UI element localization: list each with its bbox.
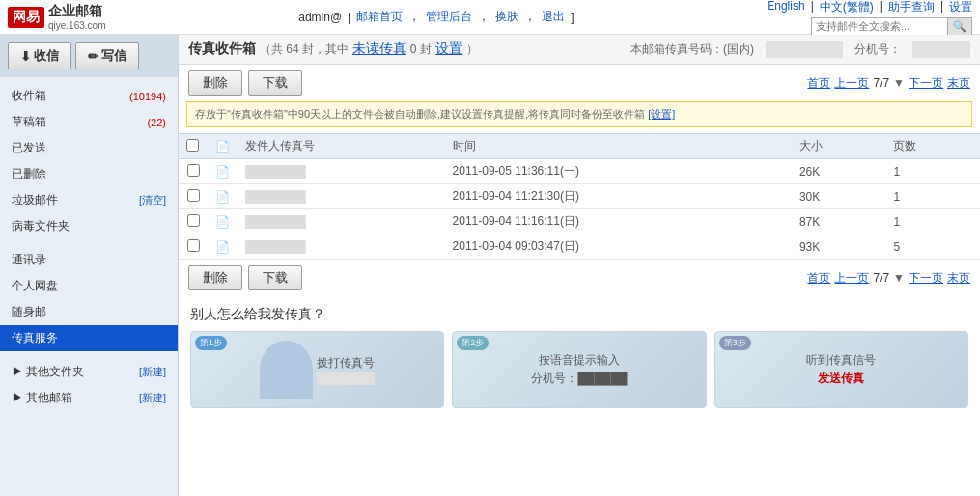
page-dropdown-icon[interactable]: ▼ bbox=[893, 76, 905, 90]
link-logout[interactable]: 退出 bbox=[542, 9, 565, 25]
search-input[interactable] bbox=[812, 18, 947, 34]
fax-close-paren: ） bbox=[466, 42, 478, 56]
delete-button-bottom[interactable]: 删除 bbox=[188, 265, 242, 290]
download-button-bottom[interactable]: 下载 bbox=[248, 265, 302, 290]
row-check-2[interactable] bbox=[187, 214, 200, 227]
sidebar-item-sent[interactable]: 已发送 bbox=[0, 135, 178, 161]
search-bar: 🔍 bbox=[811, 17, 972, 36]
draft-label: 草稿箱 bbox=[12, 114, 46, 130]
table-row: 📄 2011-09-04 09:03:47(日) 93K 5 bbox=[179, 234, 980, 260]
receive-button[interactable]: ⬇ 收信 bbox=[8, 42, 71, 69]
sidebar-item-other-mailbox[interactable]: ▶ 其他邮箱 [新建] bbox=[0, 385, 178, 411]
sidebar-item-mobile[interactable]: 随身邮 bbox=[0, 299, 178, 325]
user-email: admin@ bbox=[298, 11, 342, 24]
select-all-checkbox[interactable] bbox=[186, 139, 199, 152]
step-card-2: 第2步按语音提示输入分机号：██████ bbox=[452, 331, 706, 408]
bottom-toolbar-left: 删除 下载 bbox=[188, 265, 302, 290]
step1-line2 bbox=[317, 372, 375, 385]
table-row: 📄 2011-09-04 11:21:30(日) 30K 1 bbox=[179, 184, 980, 209]
step2-line2: 分机号：██████ bbox=[531, 371, 627, 387]
row-check-3[interactable] bbox=[187, 239, 200, 252]
page-last-link-b[interactable]: 末页 bbox=[947, 270, 970, 287]
fax-header: 传真收件箱 （共 64 封，其中 未读传真 0 封 设置 ） 本邮箱传真号码：(… bbox=[179, 35, 980, 65]
separator4: ， bbox=[524, 9, 536, 25]
logo-text-block: 企业邮箱 qiye.163.com bbox=[48, 3, 105, 31]
page-dropdown-icon-b[interactable]: ▼ bbox=[893, 271, 905, 285]
sidebar-item-fax[interactable]: 传真服务 bbox=[0, 325, 178, 351]
top-toolbar: 删除 下载 首页 上一页 7/7 ▼ 下一页 末页 bbox=[179, 65, 980, 101]
header-right: English | 中文(繁體) | 助手查询 | 设置 🔍 bbox=[767, 0, 972, 36]
header: 网易 企业邮箱 qiye.163.com admin@ | 邮箱首页 ， 管理后… bbox=[0, 0, 980, 35]
sidebar-item-disk[interactable]: 个人网盘 bbox=[0, 273, 178, 299]
page-next-link-b[interactable]: 下一页 bbox=[909, 270, 943, 287]
draft-count: (22) bbox=[147, 117, 166, 128]
row-doc-icon-1: 📄 bbox=[208, 184, 238, 209]
page-last-link[interactable]: 末页 bbox=[947, 75, 970, 92]
receive-label: 收信 bbox=[34, 47, 59, 65]
sidebar: ⬇ 收信 ✏ 写信 收件箱 (10194) 草稿箱 (22) 已发送 已删除 bbox=[0, 35, 179, 496]
table-row: 📄 2011-09-05 11:36:11(一) 26K 1 bbox=[179, 159, 980, 184]
row-checkbox-1 bbox=[179, 184, 208, 209]
nav-divider1 bbox=[0, 239, 178, 247]
fax-unread-count: 0 bbox=[410, 42, 417, 56]
row-check-1[interactable] bbox=[187, 189, 200, 202]
link-admin[interactable]: 管理后台 bbox=[426, 9, 472, 25]
sidebar-item-other-folders[interactable]: ▶ 其他文件夹 [新建] bbox=[0, 359, 178, 385]
col-checkbox bbox=[179, 134, 208, 159]
inbox-count: (10194) bbox=[129, 91, 166, 102]
faq-steps: 第1步拨打传真号 第2步按语音提示输入分机号：██████第3步听到传真信号发送… bbox=[190, 331, 968, 408]
step1-line1: 拨打传真号 bbox=[317, 355, 375, 372]
sidebar-item-virus[interactable]: 病毒文件夹 bbox=[0, 213, 178, 239]
row-size-1: 30K bbox=[792, 184, 886, 209]
sidebar-item-inbox[interactable]: 收件箱 (10194) bbox=[0, 83, 178, 109]
toolbar-left: 删除 下载 bbox=[188, 70, 302, 96]
sidebar-item-spam[interactable]: 垃圾邮件 [清空] bbox=[0, 187, 178, 213]
branch-label: 分机号： bbox=[854, 41, 901, 58]
fax-settings-link[interactable]: 设置 bbox=[435, 41, 462, 56]
fax-unread-link[interactable]: 未读传真 bbox=[352, 41, 406, 56]
row-doc-icon-2: 📄 bbox=[208, 209, 238, 234]
spam-clear-link[interactable]: [清空] bbox=[139, 193, 166, 207]
link-settings[interactable]: 设置 bbox=[949, 0, 972, 15]
sidebar-item-contacts[interactable]: 通讯录 bbox=[0, 247, 178, 273]
page-next-link[interactable]: 下一页 bbox=[909, 75, 943, 92]
disk-label: 个人网盘 bbox=[12, 278, 58, 294]
page-prev-link-b[interactable]: 上一页 bbox=[834, 270, 869, 287]
branch-value bbox=[912, 41, 970, 58]
spam-label: 垃圾邮件 bbox=[12, 192, 58, 208]
separator1: | bbox=[348, 11, 350, 24]
search-button[interactable]: 🔍 bbox=[947, 18, 971, 35]
step-content-3: 听到传真信号发送传真 bbox=[798, 344, 883, 395]
link-home[interactable]: 邮箱首页 bbox=[356, 9, 403, 25]
other-folders-new-link[interactable]: [新建] bbox=[139, 365, 166, 379]
warning-bar: 存放于"传真收件箱"中90天以上的文件会被自动删除,建议设置传真提醒,将传真同时… bbox=[186, 101, 972, 127]
sep3: | bbox=[940, 0, 943, 15]
contacts-label: 通讯录 bbox=[12, 252, 46, 268]
row-check-0[interactable] bbox=[187, 164, 200, 177]
page-first-link-b[interactable]: 首页 bbox=[807, 270, 830, 287]
row-pages-0: 1 bbox=[885, 159, 980, 184]
warning-settings-link[interactable]: [设置] bbox=[648, 108, 675, 120]
fax-title-block: 传真收件箱 （共 64 封，其中 未读传真 0 封 设置 ） bbox=[188, 41, 478, 58]
main-layout: ⬇ 收信 ✏ 写信 收件箱 (10194) 草稿箱 (22) 已发送 已删除 bbox=[0, 35, 980, 496]
download-button-top[interactable]: 下载 bbox=[248, 70, 302, 96]
other-mailbox-label: ▶ 其他邮箱 bbox=[12, 390, 72, 406]
link-assistant[interactable]: 助手查询 bbox=[888, 0, 935, 15]
delete-button-top[interactable]: 删除 bbox=[188, 70, 242, 96]
col-pages: 页数 bbox=[885, 134, 980, 159]
link-tc[interactable]: 中文(繁體) bbox=[820, 0, 874, 15]
link-english[interactable]: English bbox=[767, 0, 804, 15]
page-first-link[interactable]: 首页 bbox=[807, 75, 830, 92]
other-mailbox-new-link[interactable]: [新建] bbox=[139, 391, 166, 405]
compose-button[interactable]: ✏ 写信 bbox=[75, 42, 139, 69]
row-sender-0 bbox=[238, 159, 445, 184]
page-info: 7/7 bbox=[873, 76, 889, 90]
row-time-1: 2011-09-04 11:21:30(日) bbox=[445, 184, 792, 209]
page-prev-link[interactable]: 上一页 bbox=[834, 75, 869, 92]
separator3: ， bbox=[478, 9, 490, 25]
row-checkbox-0 bbox=[179, 159, 208, 184]
virus-label: 病毒文件夹 bbox=[12, 218, 70, 234]
sidebar-item-deleted[interactable]: 已删除 bbox=[0, 161, 178, 187]
link-skin[interactable]: 换肤 bbox=[495, 9, 518, 25]
sidebar-item-draft[interactable]: 草稿箱 (22) bbox=[0, 109, 178, 135]
